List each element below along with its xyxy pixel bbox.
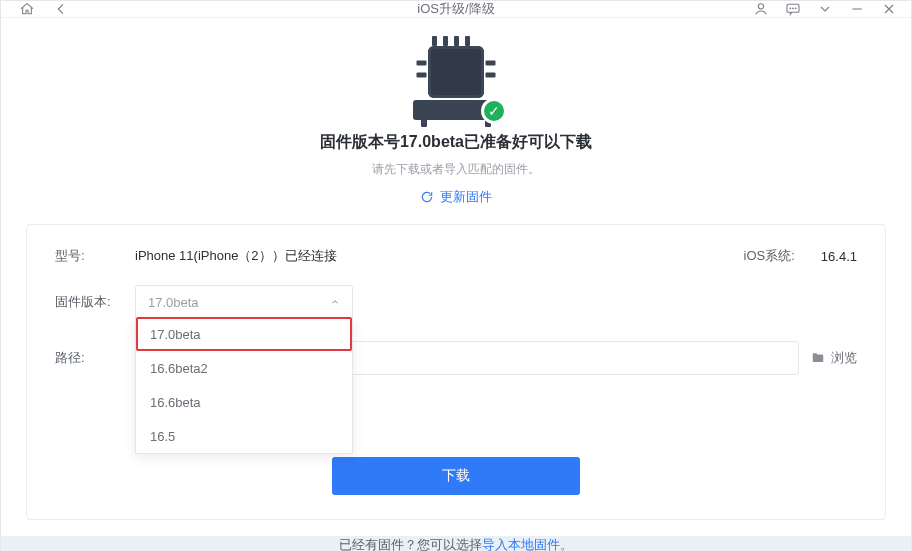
browse-label: 浏览 — [831, 349, 857, 367]
minimize-icon[interactable] — [849, 1, 865, 17]
model-value: iPhone 11(iPhone（2））已经连接 — [135, 247, 337, 265]
app-window: iOS升级/降级 ✓ 固件版本 — [0, 0, 912, 551]
ios-label: iOS系统: — [744, 247, 795, 265]
svg-point-0 — [758, 4, 763, 9]
fw-option[interactable]: 16.6beta2 — [136, 351, 352, 385]
close-icon[interactable] — [881, 1, 897, 17]
browse-button[interactable]: 浏览 — [811, 349, 857, 367]
firmware-illustration: ✓ — [409, 40, 503, 120]
folder-icon — [811, 351, 825, 365]
check-badge-icon: ✓ — [481, 98, 507, 124]
footer-bar: 已经有固件？您可以选择 导入本地固件 。 — [1, 536, 911, 551]
path-label: 路径: — [55, 349, 121, 367]
user-icon[interactable] — [753, 1, 769, 17]
main-heading: 固件版本号17.0beta已准备好可以下载 — [320, 132, 592, 153]
firmware-version-dropdown: 17.0beta 16.6beta2 16.6beta 16.5 — [135, 317, 353, 454]
device-row: 型号: iPhone 11(iPhone（2））已经连接 iOS系统: 16.4… — [55, 247, 857, 265]
ios-value: 16.4.1 — [821, 249, 857, 264]
svg-point-3 — [793, 8, 794, 9]
body: ✓ 固件版本号17.0beta已准备好可以下载 请先下载或者导入匹配的固件。 更… — [1, 18, 911, 536]
footer-suffix: 。 — [560, 536, 573, 551]
firmware-version-select[interactable]: 17.0beta — [135, 285, 353, 319]
svg-point-2 — [790, 8, 791, 9]
fw-label: 固件版本: — [55, 293, 121, 311]
footer-prefix: 已经有固件？您可以选择 — [339, 536, 482, 551]
download-label: 下载 — [442, 467, 470, 483]
sub-text: 请先下载或者导入匹配的固件。 — [372, 161, 540, 178]
firmware-panel: 型号: iPhone 11(iPhone（2））已经连接 iOS系统: 16.4… — [26, 224, 886, 520]
fw-option[interactable]: 16.6beta — [136, 385, 352, 419]
titlebar: iOS升级/降级 — [1, 1, 911, 18]
menu-chevron-icon[interactable] — [817, 1, 833, 17]
chip-icon — [428, 46, 484, 98]
message-icon[interactable] — [785, 1, 801, 17]
titlebar-left — [19, 1, 69, 17]
refresh-icon — [420, 190, 434, 204]
chevron-up-icon — [330, 295, 340, 310]
refresh-label: 更新固件 — [440, 188, 492, 206]
fw-option[interactable]: 17.0beta — [136, 317, 352, 351]
fw-option[interactable]: 16.5 — [136, 419, 352, 453]
refresh-firmware-link[interactable]: 更新固件 — [420, 188, 492, 206]
firmware-version-row: 固件版本: 17.0beta — [55, 285, 857, 319]
titlebar-right — [753, 1, 897, 17]
back-icon[interactable] — [53, 1, 69, 17]
import-local-firmware-link[interactable]: 导入本地固件 — [482, 536, 560, 551]
svg-point-4 — [795, 8, 796, 9]
model-label: 型号: — [55, 247, 121, 265]
download-button[interactable]: 下载 — [332, 457, 580, 495]
home-icon[interactable] — [19, 1, 35, 17]
fw-selected: 17.0beta — [148, 295, 199, 310]
